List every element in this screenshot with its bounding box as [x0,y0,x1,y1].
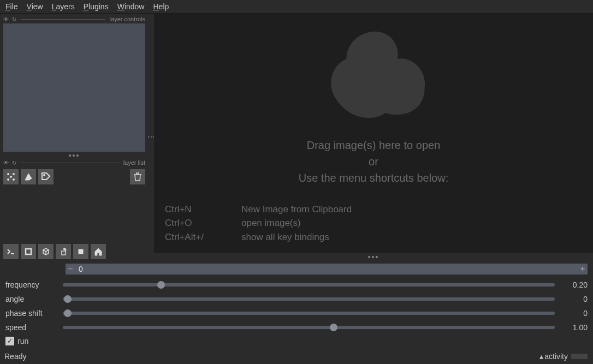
slider-track[interactable] [63,326,555,329]
resize-handle-v[interactable]: ⋮ [149,14,154,261]
statusbar: Ready ▴ activity [0,350,593,364]
chevron-up-icon: ▴ [539,352,543,361]
home-button[interactable] [91,244,106,259]
refresh-icon[interactable]: ↻ [12,160,16,166]
run-label: run [17,337,28,345]
menu-plugins[interactable]: Plugins [84,2,109,11]
bottom-toolbar [3,242,145,261]
controls-panel: − 0 + frequency 0.20 angle 0 phase shift… [0,261,593,350]
menubar: File View Layers Plugins Window Help [0,0,593,14]
stepper-value[interactable]: 0 [75,265,578,273]
layer-toolbar [3,169,145,184]
shortcut-key: Ctrl+O [165,216,220,230]
console-button[interactable] [3,244,19,259]
slider-frequency: frequency 0.20 [5,278,588,292]
eye-icon[interactable]: 👁 [3,160,9,166]
slider-track[interactable] [63,312,555,315]
eye-icon[interactable]: 👁 [3,16,9,22]
slider-label: speed [5,323,57,332]
rotate-button[interactable] [56,244,71,259]
slider-thumb[interactable] [64,309,72,317]
svg-point-1 [10,176,12,178]
menu-message: Use the menu shortcuts below: [299,170,449,186]
slider-value: 1.00 [560,323,588,332]
shortcut-key: Ctrl+Alt+/ [165,230,220,244]
cube-button[interactable] [38,244,54,259]
shortcut-row: Ctrl+N New Image from Clipboard [165,202,352,217]
menu-file[interactable]: File [5,2,18,11]
stepper-plus[interactable]: + [578,264,588,274]
svg-point-0 [8,174,9,175]
activity-indicator[interactable]: ▴ activity [539,352,588,361]
slider-speed: speed 1.00 [5,320,588,335]
menu-window[interactable]: Window [117,2,145,11]
stop-button[interactable] [73,244,88,259]
shortcut-key: Ctrl+N [165,202,220,217]
slider-value: 0.20 [560,281,588,289]
left-panel: 👁 ↻ layer controls ••• 👁 ↻ layer list [0,14,149,261]
refresh-icon[interactable]: ↻ [12,16,16,22]
or-text: or [299,153,449,170]
run-checkbox[interactable]: ✓ [5,337,14,345]
blob-icon [313,22,434,132]
svg-rect-7 [62,251,66,255]
slider-track[interactable] [63,283,555,287]
svg-point-2 [13,174,15,175]
slider-thumb[interactable] [330,324,337,331]
layer-list-header: 👁 ↻ layer list [3,159,145,166]
svg-point-3 [8,179,9,181]
slider-angle: angle 0 [5,292,588,306]
slider-thumb[interactable] [157,281,165,289]
slider-phase-shift: phase shift 0 [5,306,588,320]
svg-point-5 [44,175,45,176]
drag-message: Drag image(s) here to open [299,137,449,153]
resize-handle-h2[interactable]: ••• [154,253,593,261]
shortcut-desc: New Image from Clipboard [241,202,352,217]
menu-view[interactable]: View [27,2,43,11]
svg-rect-6 [26,249,31,254]
new-shape-button[interactable] [21,169,36,184]
slider-value: 0 [560,295,588,303]
slider-label: phase shift [5,309,57,318]
slider-track[interactable] [63,297,555,301]
canvas[interactable]: Drag image(s) here to open or Use the me… [154,14,593,253]
shortcut-desc: show all key bindings [241,230,329,244]
layer-list-label: layer list [123,159,145,166]
shortcut-row: Ctrl+O open image(s) [165,216,352,230]
layer-controls-header: 👁 ↻ layer controls [3,16,145,22]
run-checkbox-row: ✓ run [5,337,588,345]
layer-preview[interactable] [3,23,145,152]
layer-controls-label: layer controls [110,16,145,22]
stepper-minus[interactable]: − [66,264,75,274]
stepper[interactable]: − 0 + [66,264,588,275]
activity-bar [571,354,588,359]
svg-point-4 [13,179,15,181]
new-points-button[interactable] [3,169,19,184]
slider-label: angle [5,295,57,303]
delete-button[interactable] [130,169,145,184]
slider-thumb[interactable] [64,295,72,303]
activity-label: activity [544,352,568,361]
svg-rect-8 [79,249,83,254]
status-text: Ready [4,352,539,361]
shortcuts-list: Ctrl+N New Image from Clipboard Ctrl+O o… [165,202,352,244]
new-label-button[interactable] [38,169,54,184]
shortcut-row: Ctrl+Alt+/ show all key bindings [165,230,352,244]
menu-help[interactable]: Help [153,2,169,11]
shortcut-desc: open image(s) [241,216,301,230]
resize-handle-h[interactable]: ••• [3,152,145,159]
menu-layers[interactable]: Layers [52,2,75,11]
square-button[interactable] [21,244,36,259]
slider-label: frequency [5,281,57,289]
slider-value: 0 [560,309,588,318]
